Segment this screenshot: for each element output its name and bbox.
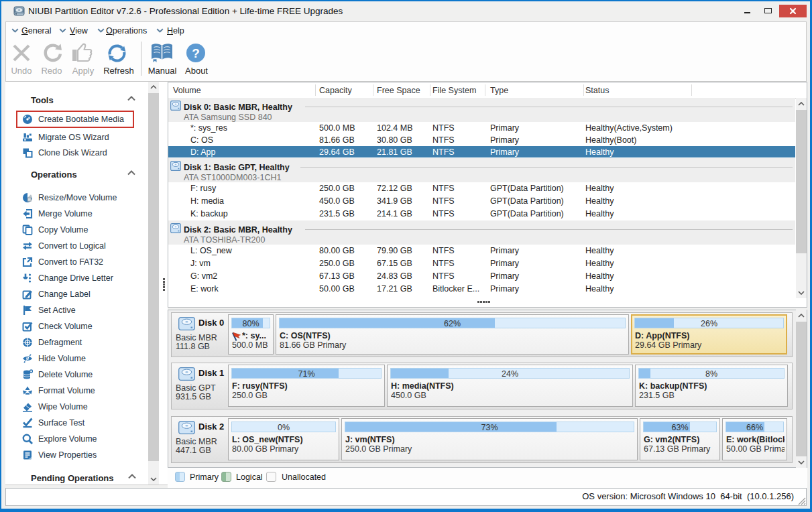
svg-text:?: ?	[192, 46, 200, 60]
